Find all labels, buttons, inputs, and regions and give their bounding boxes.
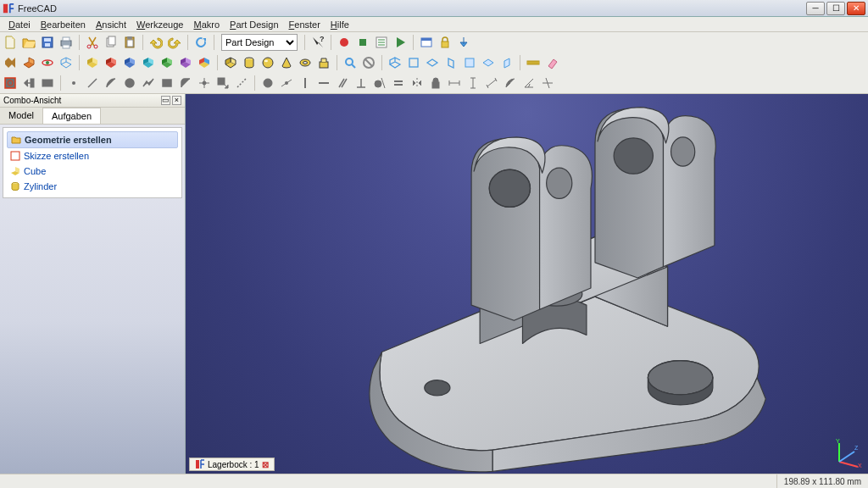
3d-viewport[interactable]: Lagerbock : 1 ⊠ Y X Z (186, 94, 868, 474)
view-orbit-icon[interactable] (39, 54, 56, 71)
save-file-button[interactable] (39, 34, 56, 51)
con-length-icon[interactable] (483, 75, 500, 92)
measure-icon[interactable] (525, 54, 542, 71)
con-snell-icon[interactable] (539, 75, 556, 92)
part-extrude-icon[interactable] (315, 54, 332, 71)
sketch-point-icon[interactable] (65, 75, 82, 92)
tab-aufgaben[interactable]: Aufgaben (43, 108, 101, 124)
con-point-on-icon[interactable] (278, 75, 295, 92)
view-front-icon[interactable] (405, 54, 422, 71)
sketch-arc-icon[interactable] (103, 75, 120, 92)
view-rear-icon[interactable] (461, 54, 478, 71)
con-hdist-icon[interactable] (446, 75, 463, 92)
panel-close-icon[interactable]: × (172, 96, 181, 105)
dialog-button[interactable] (418, 34, 435, 51)
view-bottom-icon[interactable] (480, 54, 497, 71)
menu-bearbeiten[interactable]: Bearbeiten (36, 19, 91, 30)
con-vertical-icon[interactable] (297, 75, 314, 92)
close-button[interactable]: ✕ (847, 2, 865, 15)
sketch-construction-icon[interactable] (233, 75, 250, 92)
redo-button[interactable] (166, 34, 183, 51)
erase-icon[interactable] (543, 54, 560, 71)
menu-werkzeuge[interactable]: Werkzeuge (131, 19, 188, 30)
wireframe-icon[interactable] (58, 54, 75, 71)
undo-button[interactable] (147, 34, 164, 51)
sketch-fillet-icon[interactable] (177, 75, 194, 92)
minimize-button[interactable]: ─ (806, 2, 825, 15)
sketch-leave-icon[interactable] (20, 75, 37, 92)
whatsthis-button[interactable]: ? (309, 34, 326, 51)
sketch-view-icon[interactable] (39, 75, 56, 92)
workbench-selector[interactable]: Part Design (221, 34, 298, 51)
sketch-new-icon[interactable] (2, 75, 19, 92)
cylinder-primitive-icon[interactable] (241, 54, 258, 71)
con-symmetric-icon[interactable] (409, 75, 426, 92)
svg-rect-6 (63, 45, 70, 48)
task-link-cube[interactable]: Cube (7, 164, 178, 179)
lock-button[interactable] (437, 34, 453, 51)
view-iso-icon[interactable] (387, 54, 403, 71)
menu-ansicht[interactable]: Ansicht (91, 19, 131, 30)
macro-stop-button[interactable] (354, 34, 371, 51)
con-perp-icon[interactable] (353, 75, 370, 92)
maximize-button[interactable]: ☐ (826, 2, 845, 15)
menu-fenster[interactable]: Fenster (284, 19, 326, 30)
sketch-trim-icon[interactable] (196, 75, 213, 92)
tab-model[interactable]: Model (0, 108, 43, 124)
con-vdist-icon[interactable] (465, 75, 481, 92)
no-entry-icon[interactable] (360, 54, 377, 71)
view-right-icon[interactable] (442, 54, 459, 71)
cube-yellow-icon[interactable] (84, 54, 101, 71)
macro-record-button[interactable] (336, 34, 353, 51)
con-parallel-icon[interactable] (334, 75, 351, 92)
menu-makro[interactable]: Makro (188, 19, 225, 30)
torus-primitive-icon[interactable] (297, 54, 314, 71)
open-file-button[interactable] (20, 34, 37, 51)
macro-list-button[interactable] (373, 34, 390, 51)
new-file-button[interactable] (2, 34, 19, 51)
macro-play-button[interactable] (392, 34, 409, 51)
con-angle-icon[interactable] (520, 75, 537, 92)
sketch-polyline-icon[interactable] (140, 75, 157, 92)
close-tab-icon[interactable]: ⊠ (262, 460, 269, 469)
fit-all-icon[interactable] (2, 54, 19, 71)
con-radius-icon[interactable] (502, 75, 519, 92)
panel-undock-icon[interactable]: ▭ (161, 96, 170, 105)
menu-part-design[interactable]: Part Design (225, 19, 283, 30)
sphere-primitive-icon[interactable] (259, 54, 276, 71)
sketch-external-icon[interactable] (214, 75, 231, 92)
draw-style-icon[interactable] (20, 54, 37, 71)
svg-text:Y: Y (836, 438, 840, 444)
view-top-icon[interactable] (424, 54, 441, 71)
task-link-skizze[interactable]: Skizze erstellen (7, 148, 178, 164)
con-coincident-icon[interactable] (259, 75, 276, 92)
menu-hilfe[interactable]: Hilfe (326, 19, 354, 30)
cube-green-icon[interactable] (159, 54, 175, 71)
sketch-rect-icon[interactable] (159, 75, 175, 92)
con-lock-icon[interactable] (427, 75, 444, 92)
zoom-fit-icon[interactable] (342, 54, 359, 71)
cube-compound-icon[interactable] (196, 54, 213, 71)
menu-datei[interactable]: Datei (3, 19, 36, 30)
con-tangent-icon[interactable] (371, 75, 388, 92)
refresh-button[interactable] (192, 34, 209, 51)
box-primitive-icon[interactable] (222, 54, 239, 71)
task-header[interactable]: Geometrie erstellen (7, 131, 178, 148)
view-left-icon[interactable] (498, 54, 515, 71)
con-equal-icon[interactable] (390, 75, 407, 92)
sketch-circle-icon[interactable] (121, 75, 138, 92)
sketch-line-icon[interactable] (84, 75, 101, 92)
cone-primitive-icon[interactable] (278, 54, 295, 71)
arrow-down-button[interactable] (455, 34, 472, 51)
copy-button[interactable] (103, 34, 120, 51)
task-link-zylinder[interactable]: Zylinder (7, 179, 178, 194)
con-horizontal-icon[interactable] (315, 75, 332, 92)
cube-red-icon[interactable] (103, 54, 120, 71)
cube-blue-icon[interactable] (121, 54, 138, 71)
cut-button[interactable] (84, 34, 101, 51)
paste-button[interactable] (121, 34, 138, 51)
document-tab[interactable]: Lagerbock : 1 ⊠ (189, 458, 275, 471)
cube-purple-icon[interactable] (177, 54, 194, 71)
cube-cyan-icon[interactable] (140, 54, 157, 71)
print-button[interactable] (58, 34, 75, 51)
